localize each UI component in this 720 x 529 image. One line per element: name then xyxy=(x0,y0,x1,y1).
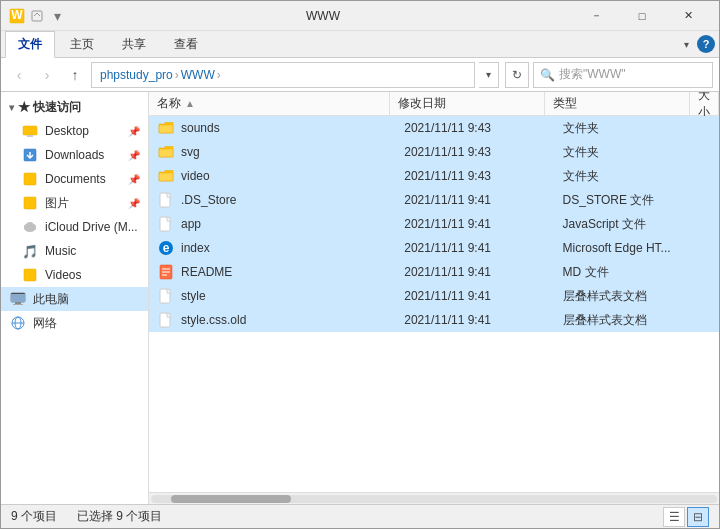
file-name-cell: e index xyxy=(149,236,396,260)
minimize-button[interactable]: － xyxy=(573,1,619,31)
file-icon xyxy=(157,287,175,305)
col-header-size[interactable]: 大小 xyxy=(690,92,719,115)
documents-pin-icon: 📌 xyxy=(128,174,140,185)
network-label: 网络 xyxy=(33,315,57,332)
downloads-label: Downloads xyxy=(45,148,104,162)
file-name: style.css.old xyxy=(181,313,246,327)
sidebar-item-downloads[interactable]: Downloads 📌 xyxy=(1,143,148,167)
table-row[interactable]: app 2021/11/11 9:41 JavaScript 文件 xyxy=(149,212,719,236)
file-type-cell: 文件夹 xyxy=(555,116,703,140)
svg-rect-21 xyxy=(159,125,173,133)
title-bar: W ▾ WWW － □ ✕ xyxy=(1,1,719,31)
icloud-label: iCloud Drive (M... xyxy=(45,220,138,234)
file-name-cell: style.css.old xyxy=(149,308,396,332)
pictures-icon xyxy=(21,194,39,212)
file-name-cell: style xyxy=(149,284,396,308)
sidebar-item-music[interactable]: 🎵 Music xyxy=(1,239,148,263)
file-size-cell xyxy=(703,236,719,260)
downloads-icon xyxy=(21,146,39,164)
file-size-cell xyxy=(703,308,719,332)
file-type-cell: 层叠样式表文档 xyxy=(555,284,703,308)
col-header-date[interactable]: 修改日期 xyxy=(390,92,545,115)
videos-label: Videos xyxy=(45,268,81,282)
address-breadcrumb[interactable]: phpstudy_pro › WWW › xyxy=(91,62,475,88)
help-button[interactable]: ? xyxy=(697,35,715,53)
ribbon-collapse-button[interactable]: ▾ xyxy=(680,37,693,52)
back-button[interactable]: ‹ xyxy=(7,63,31,87)
search-placeholder: 搜索"WWW" xyxy=(559,66,626,83)
search-box[interactable]: 🔍 搜索"WWW" xyxy=(533,62,713,88)
desktop-icon xyxy=(21,122,39,140)
table-row[interactable]: README 2021/11/11 9:41 MD 文件 xyxy=(149,260,719,284)
table-row[interactable]: e index 2021/11/11 9:41 Microsoft Edge H… xyxy=(149,236,719,260)
file-name: sounds xyxy=(181,121,220,135)
scrollbar-thumb[interactable] xyxy=(171,495,291,503)
breadcrumb-phpstudy[interactable]: phpstudy_pro xyxy=(100,68,173,82)
maximize-button[interactable]: □ xyxy=(619,1,665,31)
sidebar-item-documents[interactable]: Documents 📌 xyxy=(1,167,148,191)
file-name-cell: sounds xyxy=(149,116,396,140)
file-name: svg xyxy=(181,145,200,159)
file-type-cell: 层叠样式表文档 xyxy=(555,308,703,332)
file-name: index xyxy=(181,241,210,255)
file-type-cell: 文件夹 xyxy=(555,140,703,164)
table-row[interactable]: sounds 2021/11/11 9:43 文件夹 xyxy=(149,116,719,140)
breadcrumb-www[interactable]: WWW xyxy=(181,68,215,82)
file-name: video xyxy=(181,169,210,183)
file-name-cell: app xyxy=(149,212,396,236)
quick-access-icon[interactable] xyxy=(29,8,45,24)
svg-point-12 xyxy=(26,222,34,230)
table-row[interactable]: svg 2021/11/11 9:43 文件夹 xyxy=(149,140,719,164)
file-list-container: 名称 ▲ 修改日期 类型 大小 sounds 2021/11/11 9:43 文… xyxy=(149,92,719,504)
file-date-cell: 2021/11/11 9:41 xyxy=(396,212,554,236)
file-name: README xyxy=(181,265,232,279)
pictures-label: 图片 xyxy=(45,195,69,212)
sidebar-item-pictures[interactable]: 图片 📌 xyxy=(1,191,148,215)
col-header-type[interactable]: 类型 xyxy=(545,92,690,115)
address-dropdown-button[interactable]: ▾ xyxy=(479,62,499,88)
tab-share[interactable]: 共享 xyxy=(109,31,159,58)
file-size-cell xyxy=(703,164,719,188)
file-icon xyxy=(157,119,175,137)
nav-icon[interactable]: ▾ xyxy=(49,8,65,24)
refresh-button[interactable]: ↻ xyxy=(505,62,529,88)
svg-rect-16 xyxy=(15,302,21,304)
view-list-button[interactable]: ☰ xyxy=(663,507,685,527)
table-row[interactable]: video 2021/11/11 9:43 文件夹 xyxy=(149,164,719,188)
quick-access-arrow: ▾ xyxy=(9,102,14,113)
sidebar-item-this-pc[interactable]: 此电脑 xyxy=(1,287,148,311)
table-row[interactable]: .DS_Store 2021/11/11 9:41 DS_STORE 文件 xyxy=(149,188,719,212)
svg-rect-3 xyxy=(23,126,37,135)
sidebar-item-icloud[interactable]: iCloud Drive (M... xyxy=(1,215,148,239)
file-name-cell: README xyxy=(149,260,396,284)
table-row[interactable]: style.css.old 2021/11/11 9:41 层叠样式表文档 xyxy=(149,308,719,332)
file-icon xyxy=(157,263,175,281)
tab-home[interactable]: 主页 xyxy=(57,31,107,58)
sidebar-item-desktop[interactable]: Desktop 📌 xyxy=(1,119,148,143)
tab-file[interactable]: 文件 xyxy=(5,31,55,58)
view-detail-button[interactable]: ⊟ xyxy=(687,507,709,527)
network-icon xyxy=(9,314,27,332)
up-button[interactable]: ↑ xyxy=(63,63,87,87)
file-list-scrollbar[interactable] xyxy=(149,492,719,504)
file-icon xyxy=(157,311,175,329)
sidebar-item-videos[interactable]: Videos xyxy=(1,263,148,287)
title-bar-icons: W ▾ xyxy=(9,8,65,24)
table-row[interactable]: style 2021/11/11 9:41 层叠样式表文档 xyxy=(149,284,719,308)
sidebar-section-quick-access[interactable]: ▾ ★ 快速访问 xyxy=(1,96,148,119)
scrollbar-track[interactable] xyxy=(151,495,717,503)
search-icon: 🔍 xyxy=(540,68,555,82)
svg-rect-13 xyxy=(24,269,36,281)
col-header-name[interactable]: 名称 ▲ xyxy=(149,92,390,115)
documents-label: Documents xyxy=(45,172,106,186)
sidebar-item-network[interactable]: 网络 xyxy=(1,311,148,335)
window-title: WWW xyxy=(73,9,573,23)
forward-button[interactable]: › xyxy=(35,63,59,87)
file-type-cell: DS_STORE 文件 xyxy=(555,188,703,212)
file-list: sounds 2021/11/11 9:43 文件夹 svg 2021/11/1… xyxy=(149,116,719,492)
svg-rect-8 xyxy=(24,197,36,209)
tab-view[interactable]: 查看 xyxy=(161,31,211,58)
close-button[interactable]: ✕ xyxy=(665,1,711,31)
view-controls: ☰ ⊟ xyxy=(663,507,709,527)
file-name: app xyxy=(181,217,201,231)
